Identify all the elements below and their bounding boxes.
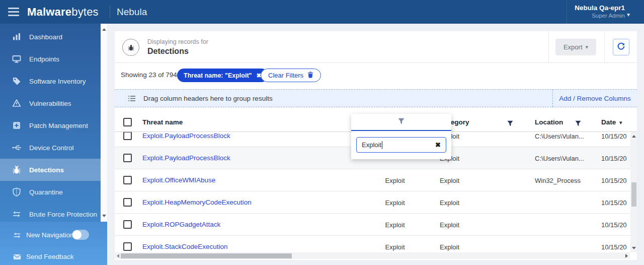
sidebar-item-patch-management[interactable]: Patch Management [0,114,101,137]
threat-name-link[interactable]: Exploit.StackCodeExecution [142,243,228,250]
shield-icon [12,187,22,197]
toggle-knob [72,230,82,239]
brand-primary: Malware [27,6,71,18]
record-count: Showing 23 of 794. [121,71,179,79]
brand-secondary: bytes [71,6,99,18]
plus-square-icon [12,120,22,130]
filter-text-input[interactable]: Exploit ✖ [356,137,446,153]
scroll-left-arrow-icon[interactable] [117,254,119,258]
scrollbar-thumb[interactable] [121,253,292,258]
account-divider [567,0,567,24]
header-divider [604,31,605,63]
table-row[interactable]: Exploit.HeapMemoryCodeExecution Exploit … [115,191,630,214]
group-hint-text: Drag column headers here to group result… [143,95,273,102]
refresh-button[interactable] [613,39,629,55]
malwarebytes-logo: Malwarebytes [27,0,99,24]
scrollbar-corner [630,252,637,259]
location-filter-icon[interactable] [575,119,581,125]
sidebar-item-new-navigation[interactable]: New Navigation [0,224,107,246]
clear-input-icon[interactable]: ✖ [435,141,441,149]
column-header-threat-name[interactable]: Threat name [142,118,183,126]
threat-name-link[interactable]: Exploit.PayloadProcessBlock [142,132,230,140]
select-all-checkbox[interactable] [123,118,132,126]
row-checkbox[interactable] [123,242,132,251]
bug-icon [12,165,22,175]
add-remove-columns-link[interactable]: Add / Remove Columns [552,90,637,107]
transfer-arrows-icon [12,209,22,219]
sidebar-item-send-feedback[interactable]: Send Feedback [0,246,107,265]
sidebar: Dashboard Endpoints Software Inventory V… [0,24,101,222]
threat-name-link[interactable]: Exploit.ROPGadgetAttack [142,221,220,228]
row-checkbox[interactable] [123,132,132,140]
scroll-down-arrow-icon[interactable] [632,247,636,249]
table-vertical-scrollbar[interactable] [630,132,637,252]
table-row[interactable]: Exploit.OfficeWMIAbuse Exploit Exploit W… [115,169,630,191]
scroll-up-arrow-icon[interactable] [632,135,636,138]
top-bar: Malwarebytes Nebula Nebula Qa-epr1 Super… [0,0,644,24]
tag-icon [12,76,22,86]
refresh-icon [617,42,625,52]
bar-chart-icon [12,32,22,42]
filter-popup-header[interactable] [351,114,451,131]
export-button[interactable]: Export▾ [555,39,596,55]
usb-icon [12,143,22,153]
sidebar-item-device-control[interactable]: Device Control [0,137,101,159]
scrollbar-thumb[interactable] [631,182,636,207]
brand-divider [110,6,110,18]
page-header: Displaying records for Detections Export… [115,31,637,63]
new-navigation-toggle[interactable] [72,230,89,240]
sidebar-scrollbar[interactable] [101,24,107,222]
clear-filters-button[interactable]: Clear Filters [261,69,321,82]
filter-popup-body: Exploit ✖ [351,131,451,159]
filter-funnel-icon [398,117,405,126]
threat-name-link[interactable]: Exploit.OfficeWMIAbuse [142,176,215,184]
chevron-down-icon: ▾ [627,11,630,18]
warning-triangle-icon [12,98,22,108]
table-row[interactable]: Exploit.ROPGadgetAttack Exploit Exploit … [115,214,630,236]
category-filter-icon[interactable] [507,119,513,125]
sidebar-footer: New Navigation Send Feedback [0,222,107,265]
table-horizontal-scrollbar[interactable] [115,252,630,259]
header-divider [548,31,549,63]
detections-bug-icon [122,39,139,56]
sidebar-item-software-inventory[interactable]: Software Inventory [0,70,101,92]
column-filter-popup: Exploit ✖ [351,114,451,159]
column-header-location[interactable]: Location [535,118,563,126]
trash-icon [307,71,313,80]
scroll-right-arrow-icon[interactable] [625,254,628,258]
account-name: Nebula Qa-epr1 [575,4,625,12]
scroll-up-arrow-icon[interactable] [102,28,106,31]
sidebar-item-detections[interactable]: Detections [0,159,101,181]
column-header-date[interactable]: Date [601,118,616,126]
scroll-down-arrow-icon[interactable] [102,215,106,217]
envelope-icon [13,252,22,261]
threat-name-link[interactable]: Exploit.HeapMemoryCodeExecution [142,198,252,206]
row-checkbox[interactable] [123,198,132,207]
sidebar-item-endpoints[interactable]: Endpoints [0,48,101,70]
threat-name-filter-chip[interactable]: Threat name: "Exploit" ✖ [177,69,268,82]
sort-descending-icon: ▾ [619,119,622,126]
page-subtitle: Displaying records for [147,38,208,45]
monitor-icon [12,54,22,64]
group-list-icon [128,95,135,102]
row-checkbox[interactable] [123,154,132,162]
filter-summary-row: Showing 23 of 794. Threat name: "Exploit… [115,63,637,86]
row-checkbox[interactable] [123,176,132,184]
account-role: Super Admin [575,12,625,20]
group-by-bar[interactable]: Drag column headers here to group result… [115,89,637,107]
sidebar-item-vulnerabilities[interactable]: Vulnerabilities [0,92,101,114]
threat-name-link[interactable]: Exploit.PayloadProcessBlock [142,154,230,162]
sidebar-item-quarantine[interactable]: Quarantine [0,181,101,203]
transfer-arrows-icon [13,231,22,240]
account-menu[interactable]: Nebula Qa-epr1 Super Admin ▾ [575,4,637,20]
page-title: Detections [147,47,189,56]
row-checkbox[interactable] [123,220,132,229]
product-name: Nebula [117,0,147,24]
hamburger-menu-icon[interactable] [8,8,19,16]
chevron-down-icon: ▾ [586,44,589,50]
text-cursor [382,141,382,149]
sidebar-item-dashboard[interactable]: Dashboard [0,26,101,48]
table-row[interactable]: Exploit.StackCodeExecution Exploit Explo… [115,236,630,252]
